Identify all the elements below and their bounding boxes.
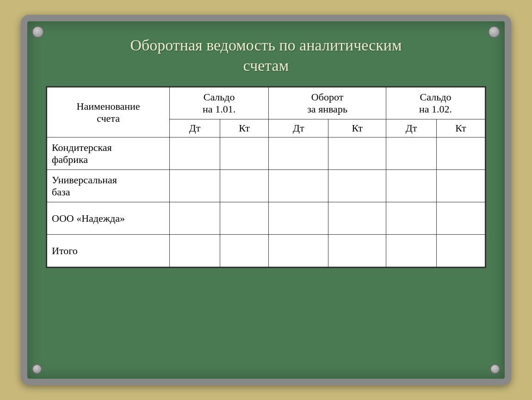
- cell-3-kt2: [328, 235, 386, 267]
- subheader-kt3: Кт: [436, 119, 485, 138]
- col-header-name: Наименованиесчета: [47, 88, 170, 138]
- table-row: Кондитерскаяфабрика: [47, 138, 485, 170]
- corner-bolt-br: [490, 364, 500, 374]
- cell-1-kt2: [328, 170, 386, 202]
- cell-3-dt3: [386, 235, 437, 267]
- cell-1-kt1: [220, 170, 269, 202]
- cell-1-dt3: [386, 170, 437, 202]
- cell-1-dt1: [170, 170, 220, 202]
- row-name-3: Итого: [47, 235, 170, 267]
- table-row: ООО «Надежда»: [47, 202, 485, 235]
- cell-1-dt2: [269, 170, 328, 202]
- cell-0-kt3: [436, 138, 485, 170]
- cell-2-dt1: [170, 202, 220, 235]
- corner-bolt-bl: [32, 364, 42, 374]
- cell-2-kt2: [328, 202, 386, 235]
- subheader-dt2: Дт: [269, 119, 328, 138]
- row-name-1: Универсальнаябаза: [47, 170, 170, 202]
- cell-0-kt1: [220, 138, 269, 170]
- cell-3-dt1: [170, 235, 220, 267]
- cell-2-dt3: [386, 202, 437, 235]
- cell-0-dt1: [170, 138, 220, 170]
- cell-2-kt1: [220, 202, 269, 235]
- table-row: Итого: [47, 235, 485, 267]
- cell-0-kt2: [328, 138, 386, 170]
- cell-0-dt2: [269, 138, 328, 170]
- col-header-oborot: Оборотза январь: [269, 88, 386, 119]
- row-name-0: Кондитерскаяфабрика: [47, 138, 170, 170]
- cell-3-dt2: [269, 235, 328, 267]
- col-header-saldo2: Сальдона 1.02.: [386, 88, 485, 119]
- whiteboard: Оборотная ведомость по аналитическим сче…: [21, 15, 511, 385]
- subheader-kt2: Кт: [328, 119, 386, 138]
- cell-0-dt3: [386, 138, 437, 170]
- subheader-kt1: Кт: [220, 119, 269, 138]
- table-wrapper: Наименованиесчета Сальдона 1.01. Оборотз…: [46, 86, 486, 268]
- cell-2-dt2: [269, 202, 328, 235]
- cell-3-kt3: [436, 235, 485, 267]
- table-row: Универсальнаябаза: [47, 170, 485, 202]
- row-name-2: ООО «Надежда»: [47, 202, 170, 235]
- main-table: Наименованиесчета Сальдона 1.01. Оборотз…: [47, 87, 485, 267]
- cell-3-kt1: [220, 235, 269, 267]
- col-header-saldo1: Сальдона 1.01.: [170, 88, 269, 119]
- subheader-dt1: Дт: [170, 119, 220, 138]
- header-row-1: Наименованиесчета Сальдона 1.01. Оборотз…: [47, 88, 485, 119]
- cell-2-kt3: [436, 202, 485, 235]
- board-title: Оборотная ведомость по аналитическим сче…: [130, 35, 402, 76]
- subheader-dt3: Дт: [386, 119, 437, 138]
- cell-1-kt3: [436, 170, 485, 202]
